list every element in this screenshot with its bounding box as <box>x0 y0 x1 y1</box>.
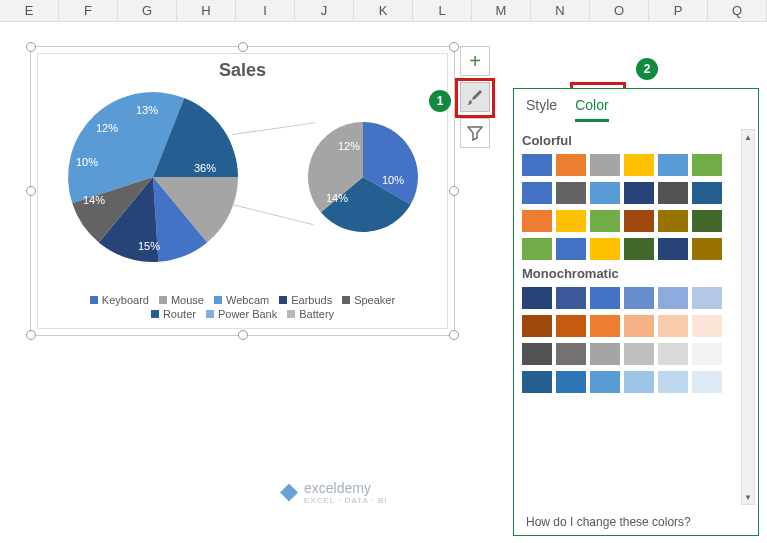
color-swatch <box>658 154 688 176</box>
resize-handle[interactable] <box>449 330 459 340</box>
section-colorful: Colorful <box>522 133 740 148</box>
col[interactable]: Q <box>708 0 767 21</box>
slice-label: 12% <box>338 140 360 152</box>
chart-elements-button[interactable]: + <box>460 46 490 76</box>
color-scheme-row[interactable] <box>522 210 740 232</box>
color-swatch <box>624 287 654 309</box>
col[interactable]: P <box>649 0 708 21</box>
color-swatch <box>692 238 722 260</box>
tab-style[interactable]: Style <box>526 97 557 122</box>
col[interactable]: J <box>295 0 354 21</box>
col[interactable]: F <box>59 0 118 21</box>
color-swatch <box>658 182 688 204</box>
scroll-up-icon[interactable]: ▲ <box>742 130 754 144</box>
color-swatch <box>522 210 552 232</box>
legend-label: Router <box>163 308 196 320</box>
slice-label: 13% <box>136 104 158 116</box>
legend-item[interactable]: Keyboard <box>90 294 149 306</box>
legend-label: Keyboard <box>102 294 149 306</box>
chart-legend[interactable]: KeyboardMouseWebcamEarbudsSpeakerRouterP… <box>68 294 417 320</box>
slice-label: 10% <box>382 174 404 186</box>
color-swatch <box>556 315 586 337</box>
color-scheme-row[interactable] <box>522 154 740 176</box>
legend-swatch <box>279 296 287 304</box>
color-swatch <box>522 238 552 260</box>
legend-label: Mouse <box>171 294 204 306</box>
legend-item[interactable]: Router <box>151 308 196 320</box>
tab-color[interactable]: Color <box>575 97 608 122</box>
color-swatch <box>590 154 620 176</box>
scroll-down-icon[interactable]: ▼ <box>742 490 754 504</box>
color-swatch <box>658 343 688 365</box>
resize-handle[interactable] <box>238 330 248 340</box>
legend-item[interactable]: Mouse <box>159 294 204 306</box>
legend-item[interactable]: Battery <box>287 308 334 320</box>
resize-handle[interactable] <box>238 42 248 52</box>
color-swatch <box>590 287 620 309</box>
color-scheme-row[interactable] <box>522 287 740 309</box>
color-swatch <box>590 238 620 260</box>
slice-label: 36% <box>194 162 216 174</box>
resize-handle[interactable] <box>26 186 36 196</box>
col[interactable]: O <box>590 0 649 21</box>
scrollbar[interactable]: ▲ ▼ <box>741 129 755 505</box>
legend-item[interactable]: Speaker <box>342 294 395 306</box>
col[interactable]: N <box>531 0 590 21</box>
color-swatch <box>556 154 586 176</box>
color-swatch <box>590 371 620 393</box>
color-scheme-row[interactable] <box>522 238 740 260</box>
chart-object[interactable]: Sales 36% 15% 14% 10% 12% 13% <box>30 46 455 336</box>
slice-label: 14% <box>326 192 348 204</box>
color-swatch <box>692 154 722 176</box>
resize-handle[interactable] <box>26 42 36 52</box>
column-headers: E F G H I J K L M N O P Q <box>0 0 767 22</box>
col[interactable]: K <box>354 0 413 21</box>
legend-item[interactable]: Power Bank <box>206 308 277 320</box>
panel-help-link[interactable]: How do I change these colors? <box>526 515 746 529</box>
color-swatch <box>556 343 586 365</box>
legend-swatch <box>151 310 159 318</box>
color-scheme-row[interactable] <box>522 315 740 337</box>
color-swatch <box>590 210 620 232</box>
color-swatch <box>590 182 620 204</box>
color-scheme-row[interactable] <box>522 182 740 204</box>
legend-label: Power Bank <box>218 308 277 320</box>
legend-item[interactable]: Webcam <box>214 294 269 306</box>
legend-item[interactable]: Earbuds <box>279 294 332 306</box>
callout-badge: 1 <box>429 90 451 112</box>
resize-handle[interactable] <box>26 330 36 340</box>
slice-label: 12% <box>96 122 118 134</box>
color-swatch <box>624 238 654 260</box>
logo-icon <box>280 484 298 502</box>
chart-title[interactable]: Sales <box>38 60 447 81</box>
color-swatch <box>658 371 688 393</box>
color-swatch <box>556 182 586 204</box>
watermark-sub: EXCEL · DATA · BI <box>304 496 388 505</box>
color-swatch <box>522 287 552 309</box>
color-swatch <box>522 182 552 204</box>
col[interactable]: M <box>472 0 531 21</box>
chart-filters-button[interactable] <box>460 118 490 148</box>
col[interactable]: I <box>236 0 295 21</box>
color-scheme-row[interactable] <box>522 371 740 393</box>
color-swatch <box>692 287 722 309</box>
resize-handle[interactable] <box>449 186 459 196</box>
plus-icon: + <box>469 51 481 71</box>
col[interactable]: L <box>413 0 472 21</box>
slice-label: 10% <box>76 156 98 168</box>
color-swatch <box>658 315 688 337</box>
watermark: exceldemy EXCEL · DATA · BI <box>280 480 388 505</box>
color-swatch <box>692 315 722 337</box>
color-scheme-row[interactable] <box>522 343 740 365</box>
col[interactable]: E <box>0 0 59 21</box>
resize-handle[interactable] <box>449 42 459 52</box>
slice-label: 14% <box>83 194 105 206</box>
color-swatch <box>556 371 586 393</box>
sub-pie[interactable]: 12% 14% 10% <box>308 122 418 232</box>
color-swatch <box>556 238 586 260</box>
main-pie[interactable]: 36% 15% 14% 10% 12% 13% <box>68 92 238 262</box>
col[interactable]: G <box>118 0 177 21</box>
color-swatch <box>624 182 654 204</box>
col[interactable]: H <box>177 0 236 21</box>
slice-label: 15% <box>138 240 160 252</box>
